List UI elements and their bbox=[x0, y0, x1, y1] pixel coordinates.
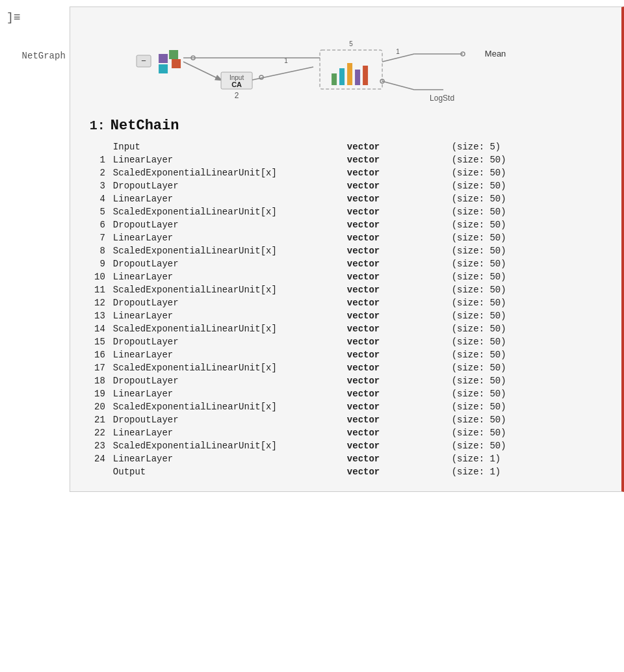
svg-text:1: 1 bbox=[396, 48, 400, 55]
layer-num: 15 bbox=[83, 335, 109, 348]
layer-num: 5 bbox=[83, 205, 109, 218]
layer-size: (size: 5) bbox=[448, 140, 608, 153]
layer-size: (size: 50) bbox=[448, 179, 608, 192]
layer-type: vector bbox=[343, 205, 448, 218]
netgraph-label: NetGraph bbox=[22, 12, 66, 61]
layer-name: LinearLayer bbox=[109, 387, 343, 400]
layer-num: 21 bbox=[83, 413, 109, 426]
layer-size: (size: 50) bbox=[448, 257, 608, 270]
table-row: 21DropoutLayervector(size: 50) bbox=[83, 413, 608, 426]
svg-line-6 bbox=[183, 62, 221, 80]
table-row: 15DropoutLayervector(size: 50) bbox=[83, 335, 608, 348]
layer-size: (size: 50) bbox=[448, 322, 608, 335]
layer-num: 20 bbox=[83, 400, 109, 413]
layer-name: ScaledExponentialLinearUnit[x] bbox=[109, 244, 343, 257]
layer-name: DropoutLayer bbox=[109, 335, 343, 348]
layer-size: (size: 50) bbox=[448, 192, 608, 205]
layer-size: (size: 1) bbox=[448, 452, 608, 465]
table-row: 18DropoutLayervector(size: 50) bbox=[83, 374, 608, 387]
layer-name: LinearLayer bbox=[109, 452, 343, 465]
layer-name: Output bbox=[109, 465, 343, 478]
layer-num: 11 bbox=[83, 283, 109, 296]
layer-name: DropoutLayer bbox=[109, 218, 343, 231]
layer-size: (size: 50) bbox=[448, 413, 608, 426]
layer-size: (size: 50) bbox=[448, 166, 608, 179]
svg-text:2: 2 bbox=[235, 91, 239, 100]
layer-num: 24 bbox=[83, 452, 109, 465]
svg-text:CA: CA bbox=[231, 81, 242, 88]
svg-rect-5 bbox=[159, 64, 168, 73]
layer-num: 7 bbox=[83, 231, 109, 244]
svg-text:5: 5 bbox=[349, 40, 353, 47]
layer-type: vector bbox=[343, 348, 448, 361]
table-row: 11ScaledExponentialLinearUnit[x]vector(s… bbox=[83, 283, 608, 296]
layers-table: Inputvector(size: 5)1LinearLayervector(s… bbox=[83, 140, 608, 478]
outer-container: ]≡ NetGraph − bbox=[0, 0, 624, 498]
layer-type: vector bbox=[343, 231, 448, 244]
table-row: 22LinearLayervector(size: 50) bbox=[83, 426, 608, 439]
main-box: − Input CA 2 bbox=[70, 6, 624, 492]
layer-size: (size: 50) bbox=[448, 153, 608, 166]
svg-text:−: − bbox=[141, 56, 146, 66]
layer-name: Input bbox=[109, 140, 343, 153]
layer-type: vector bbox=[343, 153, 448, 166]
layer-type: vector bbox=[343, 335, 448, 348]
table-row: 3DropoutLayervector(size: 50) bbox=[83, 179, 608, 192]
layer-name: DropoutLayer bbox=[109, 374, 343, 387]
layer-name: ScaledExponentialLinearUnit[x] bbox=[109, 205, 343, 218]
layer-type: vector bbox=[343, 387, 448, 400]
layer-size: (size: 50) bbox=[448, 244, 608, 257]
svg-rect-17 bbox=[339, 68, 344, 85]
layer-size: (size: 50) bbox=[448, 231, 608, 244]
layer-name: LinearLayer bbox=[109, 153, 343, 166]
layer-size: (size: 50) bbox=[448, 400, 608, 413]
layer-num: 23 bbox=[83, 439, 109, 452]
layer-num: 2 bbox=[83, 166, 109, 179]
layer-num: 19 bbox=[83, 387, 109, 400]
layer-type: vector bbox=[343, 400, 448, 413]
layer-name: ScaledExponentialLinearUnit[x] bbox=[109, 322, 343, 335]
layer-num: 17 bbox=[83, 361, 109, 374]
layer-num bbox=[83, 465, 109, 478]
layer-name: LinearLayer bbox=[109, 231, 343, 244]
table-row: 9DropoutLayervector(size: 50) bbox=[83, 257, 608, 270]
layer-size: (size: 50) bbox=[448, 309, 608, 322]
layer-name: DropoutLayer bbox=[109, 296, 343, 309]
layer-type: vector bbox=[343, 439, 448, 452]
layer-name: ScaledExponentialLinearUnit[x] bbox=[109, 361, 343, 374]
table-row: 13LinearLayervector(size: 50) bbox=[83, 309, 608, 322]
layer-type: vector bbox=[343, 322, 448, 335]
svg-rect-4 bbox=[172, 59, 181, 68]
table-row: 10LinearLayervector(size: 50) bbox=[83, 270, 608, 283]
layer-type: vector bbox=[343, 192, 448, 205]
svg-text:Mean: Mean bbox=[485, 49, 506, 58]
layer-type: vector bbox=[343, 270, 448, 283]
svg-rect-18 bbox=[347, 63, 352, 85]
graph-area: − Input CA 2 bbox=[83, 15, 608, 106]
layer-size: (size: 50) bbox=[448, 205, 608, 218]
layer-type: vector bbox=[343, 309, 448, 322]
layer-type: vector bbox=[343, 452, 448, 465]
graph-svg: − Input CA 2 bbox=[83, 15, 608, 106]
layer-size: (size: 50) bbox=[448, 387, 608, 400]
table-row: Inputvector(size: 5) bbox=[83, 140, 608, 153]
layer-num: 8 bbox=[83, 244, 109, 257]
bracket-symbol: ]≡ bbox=[6, 12, 21, 23]
layer-name: LinearLayer bbox=[109, 348, 343, 361]
table-row: 2ScaledExponentialLinearUnit[x]vector(si… bbox=[83, 166, 608, 179]
layer-name: ScaledExponentialLinearUnit[x] bbox=[109, 400, 343, 413]
table-row: 5ScaledExponentialLinearUnit[x]vector(si… bbox=[83, 205, 608, 218]
svg-text:LogStd: LogStd bbox=[430, 94, 454, 103]
layer-name: LinearLayer bbox=[109, 270, 343, 283]
layer-name: ScaledExponentialLinearUnit[x] bbox=[109, 283, 343, 296]
layer-type: vector bbox=[343, 218, 448, 231]
layer-name: LinearLayer bbox=[109, 192, 343, 205]
svg-line-26 bbox=[382, 81, 414, 90]
layer-size: (size: 50) bbox=[448, 348, 608, 361]
layer-size: (size: 50) bbox=[448, 335, 608, 348]
table-row: 23ScaledExponentialLinearUnit[x]vector(s… bbox=[83, 439, 608, 452]
layer-name: DropoutLayer bbox=[109, 413, 343, 426]
layer-size: (size: 50) bbox=[448, 426, 608, 439]
svg-rect-16 bbox=[332, 73, 337, 85]
layer-name: ScaledExponentialLinearUnit[x] bbox=[109, 166, 343, 179]
